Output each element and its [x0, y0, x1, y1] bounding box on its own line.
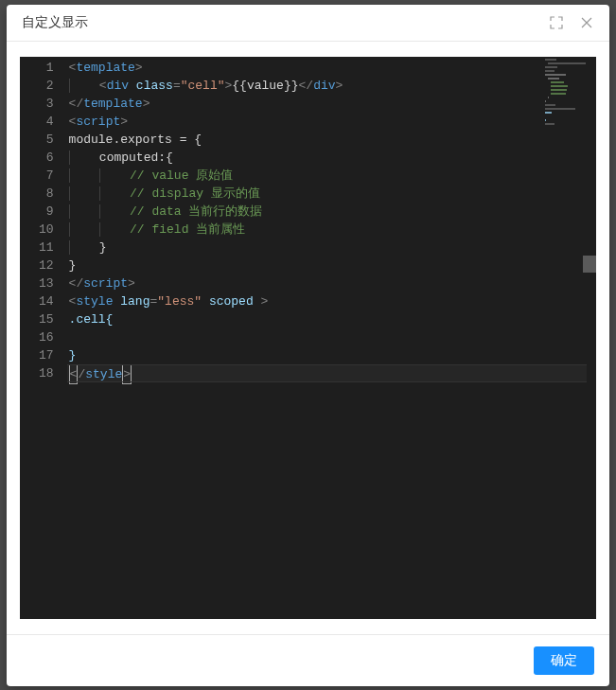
code-line: </template>	[69, 95, 596, 113]
dialog-body: 123456789101112131415161718 <template> <…	[7, 42, 609, 634]
line-number: 3	[39, 95, 54, 113]
code-editor[interactable]: 123456789101112131415161718 <template> <…	[20, 57, 596, 619]
line-number: 9	[39, 203, 54, 221]
current-line-highlight	[67, 364, 587, 382]
code-line: }	[69, 239, 596, 257]
line-number: 18	[39, 364, 54, 382]
code-line: // field 当前属性	[69, 221, 596, 239]
code-line: }	[69, 346, 596, 364]
line-number: 12	[39, 257, 54, 274]
line-number: 11	[39, 239, 54, 257]
line-number: 5	[39, 131, 54, 149]
confirm-button[interactable]: 确定	[534, 646, 594, 675]
code-line: .cell{	[69, 310, 596, 328]
code-line: // value 原始值	[69, 167, 596, 185]
close-icon[interactable]	[579, 15, 594, 30]
code-line: <div class="cell">{{value}}</div>	[69, 77, 596, 95]
code-line: }	[69, 257, 596, 274]
line-number: 13	[39, 274, 54, 292]
code-line: computed:{	[69, 149, 596, 167]
scrollbar-marker[interactable]	[583, 256, 596, 273]
line-number: 14	[39, 292, 54, 310]
code-line: </script>	[69, 274, 596, 292]
line-number: 15	[39, 310, 54, 328]
dialog-title: 自定义显示	[22, 14, 88, 31]
line-number: 16	[39, 328, 54, 346]
code-line: <template>	[69, 59, 596, 77]
dialog-footer: 确定	[7, 634, 609, 686]
code-line: <style lang="less" scoped >	[69, 292, 596, 310]
code-line: // display 显示的值	[69, 185, 596, 203]
code-line: // data 当前行的数据	[69, 203, 596, 221]
code-line: <script>	[69, 113, 596, 131]
line-number: 4	[39, 113, 54, 131]
line-number: 7	[39, 167, 54, 185]
code-line	[69, 328, 596, 346]
line-number-gutter: 123456789101112131415161718	[20, 57, 67, 619]
line-number: 2	[39, 77, 54, 95]
fullscreen-icon[interactable]	[549, 15, 564, 30]
editor-minimap[interactable]	[539, 59, 594, 144]
header-icons	[549, 15, 594, 30]
line-number: 17	[39, 346, 54, 364]
custom-display-dialog: 自定义显示 123456789101112131415161718 <templ…	[7, 5, 609, 686]
dialog-header: 自定义显示	[7, 5, 609, 42]
code-area[interactable]: <template> <div class="cell">{{value}}</…	[67, 57, 596, 619]
line-number: 8	[39, 185, 54, 203]
line-number: 1	[39, 59, 54, 77]
line-number: 6	[39, 149, 54, 167]
line-number: 10	[39, 221, 54, 239]
code-line: module.exports = {	[69, 131, 596, 149]
